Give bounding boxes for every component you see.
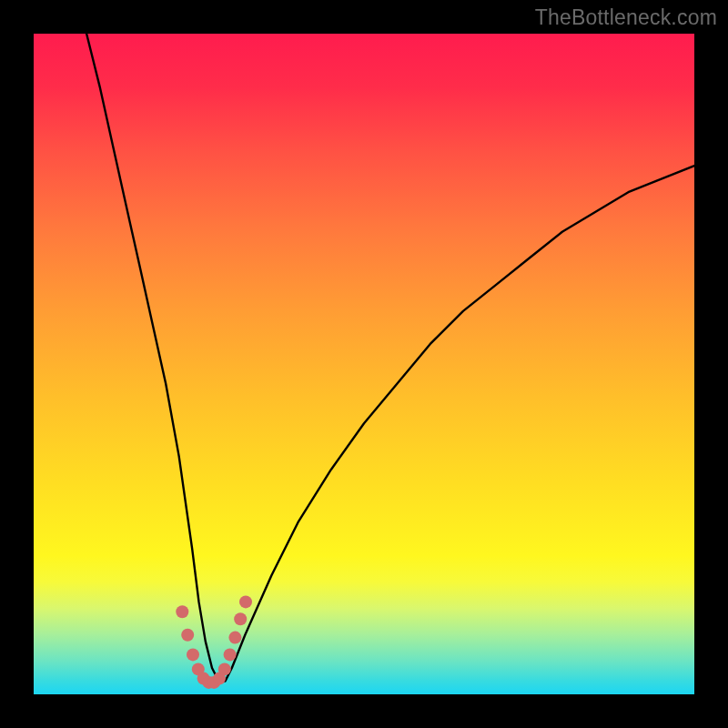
highlight-dot	[224, 648, 237, 661]
watermark-text: TheBottleneck.com	[535, 5, 717, 30]
chart-frame: TheBottleneck.com	[0, 0, 728, 728]
plot-area	[34, 34, 694, 694]
chart-svg	[34, 34, 694, 694]
highlight-points	[176, 595, 252, 689]
highlight-dot	[187, 648, 199, 661]
bottleneck-curve	[86, 34, 694, 682]
highlight-dot	[181, 629, 194, 642]
highlight-dot	[228, 632, 241, 644]
highlight-dot	[234, 612, 247, 625]
highlight-dot	[218, 662, 231, 675]
highlight-dot	[239, 595, 252, 608]
highlight-dot	[176, 605, 188, 618]
